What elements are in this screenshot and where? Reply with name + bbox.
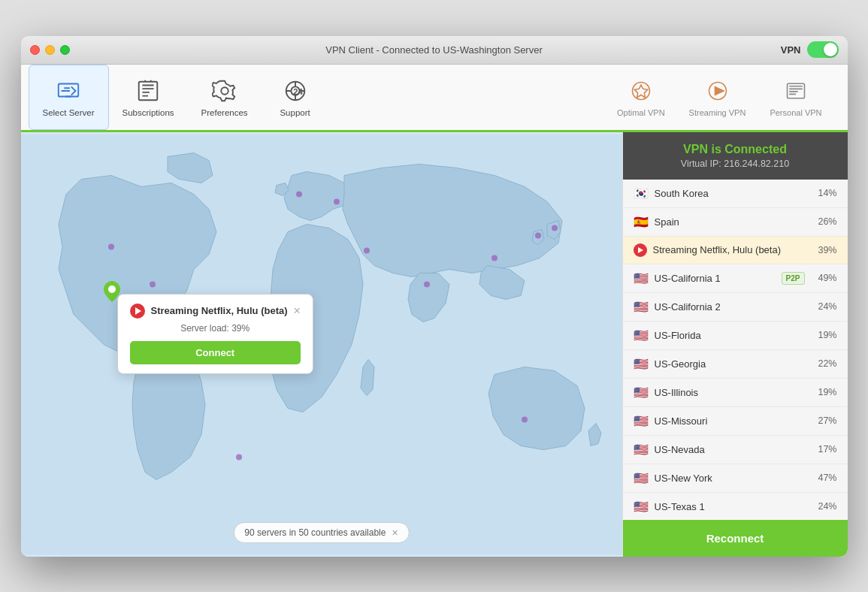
server-count-badge: 90 servers in 50 countries available × [233,522,409,543]
tab-support[interactable]: 24 Support [262,65,329,130]
popup-header: Streaming Netflix, Hulu (beta) × [130,304,301,319]
server-flag: 🇺🇸 [634,385,649,400]
popup-server-load: Server load: 39% [130,323,301,334]
personal-vpn-item[interactable]: Personal VPN [759,71,832,123]
popup-title: Streaming Netflix, Hulu (beta) [151,305,288,316]
tab-select-server-label: Select Server [43,108,95,117]
vpn-connected-text: VPN is Connected [632,143,839,156]
svg-point-39 [236,454,242,460]
app-window: VPN Client - Connected to US-Washington … [21,36,848,557]
titlebar: VPN Client - Connected to US-Washington … [21,36,848,65]
reconnect-button[interactable]: Reconnect [623,520,848,557]
server-load: 22% [811,358,837,369]
tab-subscriptions[interactable]: Subscriptions [109,65,188,130]
server-list: 🇰🇷South Korea14%🇪🇸Spain26%Streaming Netf… [623,180,848,520]
optimal-vpn-icon [627,77,655,105]
server-flag: 🇺🇸 [634,500,649,514]
tab-subscriptions-label: Subscriptions [122,108,174,117]
streaming-vpn-label: Streaming VPN [689,108,746,117]
popup-connect-button[interactable]: Connect [130,341,301,364]
close-button[interactable] [30,45,40,55]
server-list-item[interactable]: 🇰🇷South Korea14% [623,180,848,208]
server-load: 19% [811,330,837,340]
tab-support-label: Support [280,108,310,117]
server-list-item[interactable]: 🇺🇸US-Georgia22% [623,350,848,379]
server-count-close[interactable]: × [392,527,398,539]
svg-point-32 [296,191,302,197]
svg-point-34 [364,247,370,253]
svg-point-41 [108,285,116,293]
tab-preferences[interactable]: Preferences [188,65,262,130]
server-list-item[interactable]: 🇺🇸US-Texas 124% [623,493,848,520]
server-list-item[interactable]: 🇺🇸US-Nevada17% [623,436,848,464]
server-count-text: 90 servers in 50 countries available [244,527,386,538]
vpn-ip-address: Virtual IP: 216.244.82.210 [632,159,839,169]
server-load: 17% [811,444,837,455]
optimal-vpn-item[interactable]: Optimal VPN [606,71,676,123]
popup-close-button[interactable]: × [294,305,301,317]
server-flag: 🇺🇸 [634,414,649,428]
personal-vpn-icon [782,77,810,105]
server-list-item[interactable]: Streaming Netflix, Hulu (beta)39% [623,237,848,264]
server-name: US-Missouri [655,415,805,427]
server-list-item[interactable]: 🇺🇸US-Florida19% [623,322,848,350]
server-name: US-Illinois [655,387,805,398]
server-name: South Korea [655,188,805,199]
server-name: US-California 1 [655,273,776,284]
optimal-vpn-label: Optimal VPN [617,108,665,117]
popup-play-icon [130,304,145,319]
preferences-icon [210,77,239,105]
server-name: US-Florida [655,330,805,341]
server-flag: 🇺🇸 [634,471,649,485]
vpn-status-header: VPN is Connected Virtual IP: 216.244.82.… [623,132,848,180]
server-name: US-New York [655,473,805,484]
streaming-vpn-item[interactable]: Streaming VPN [679,71,757,123]
server-load: 24% [811,301,837,312]
server-list-item[interactable]: 🇺🇸US-Illinois19% [623,379,848,407]
server-name: US-Georgia [655,358,805,370]
server-load: 19% [811,387,837,397]
vpn-label: VPN [781,44,801,56]
streaming-vpn-icon [703,77,732,105]
svg-point-35 [424,281,430,287]
server-name: Spain [655,216,805,228]
svg-rect-4 [139,82,158,101]
server-flag [634,243,647,257]
support-icon: 24 [281,77,310,105]
maximize-button[interactable] [60,45,70,55]
svg-point-38 [552,225,558,231]
svg-point-40 [522,416,528,422]
server-load: 14% [811,188,837,198]
world-map [21,132,622,557]
server-flag: 🇺🇸 [634,357,649,371]
tab-select-server[interactable]: Select Server [29,65,109,130]
svg-point-11 [221,87,228,94]
map-area[interactable]: Streaming Netflix, Hulu (beta) × Server … [21,132,622,557]
server-list-item[interactable]: 🇪🇸Spain26% [623,208,848,237]
tab-preferences-label: Preferences [201,108,248,117]
vpn-toggle[interactable] [807,41,839,58]
svg-point-29 [108,243,114,249]
server-flag: 🇰🇷 [634,186,649,201]
server-load: 47% [811,473,837,483]
server-flag: 🇺🇸 [634,271,649,285]
select-server-icon [54,77,83,105]
subscriptions-icon [134,77,162,105]
server-flag: 🇺🇸 [634,442,649,457]
server-popup: Streaming Netflix, Hulu (beta) × Server … [117,294,313,374]
main-content: Streaming Netflix, Hulu (beta) × Server … [21,132,848,557]
svg-point-36 [491,255,498,261]
p2p-badge: P2P [782,272,805,285]
server-list-item[interactable]: 🇺🇸US-California 1P2P49% [623,264,848,293]
window-title: VPN Client - Connected to US-Washington … [325,44,543,56]
minimize-button[interactable] [45,45,55,55]
server-list-item[interactable]: 🇺🇸US-California 224% [623,293,848,322]
svg-marker-20 [634,85,648,98]
server-list-item[interactable]: 🇺🇸US-Missouri27% [623,407,848,436]
server-load: 39% [811,245,837,255]
server-flag: 🇺🇸 [634,328,649,343]
svg-marker-22 [715,87,723,95]
server-name: US-Texas 1 [655,501,805,512]
server-list-item[interactable]: 🇺🇸US-New York47% [623,464,848,493]
svg-point-37 [535,232,541,238]
